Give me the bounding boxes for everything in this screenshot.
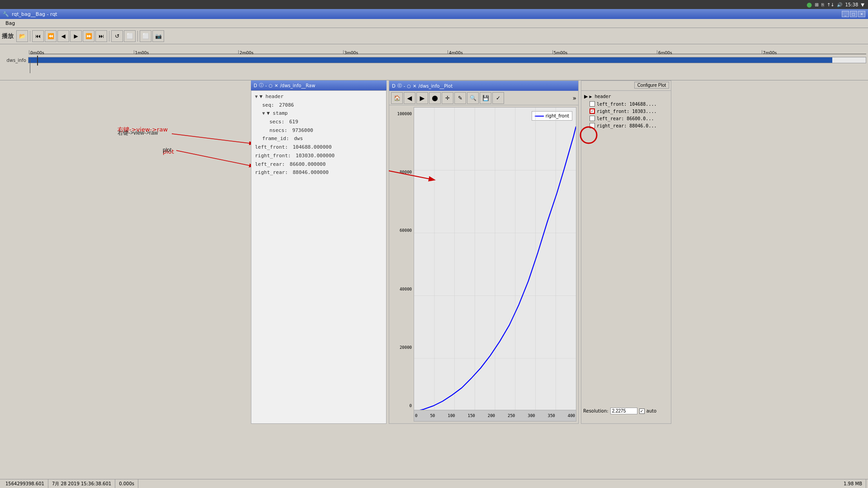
status-date: 7月 28 2019 15:36:38.601 <box>48 479 115 488</box>
plot-edit-btn[interactable]: ✎ <box>454 92 466 104</box>
duration-value: 0.000s <box>119 481 134 486</box>
x-350: 350 <box>547 413 555 418</box>
playback-label: 播放 <box>2 32 14 40</box>
tree-nsecs: nsecs: 9736000 <box>269 127 382 135</box>
right-panel: Configure Plot ▶ ▶ header left_front: 10… <box>581 80 671 424</box>
right-header-arrow[interactable]: ▶ <box>584 94 588 99</box>
minimize-button[interactable]: _ <box>842 11 849 17</box>
right-click-annotation: 右键->view->raw <box>118 126 168 134</box>
status-bar: 1564299398.601 7月 28 2019 15:36:38.601 0… <box>0 479 868 488</box>
plot-sep: - <box>404 84 406 89</box>
plot-panel-path: /dws_info__Plot <box>418 84 453 89</box>
plot-close-icon[interactable]: ✕ <box>413 84 416 89</box>
close-button[interactable]: ✕ <box>858 11 865 17</box>
check-right-front-label: right_front: 10303.... <box>597 109 656 114</box>
menu-bag[interactable]: Bag <box>2 19 19 27</box>
plot-zoom-btn[interactable]: 🔍 <box>467 92 479 104</box>
right-click-text: 右键->view->raw <box>118 126 168 133</box>
raw-panel-wrapper: D ⓘ - ○ ✕ /dws_info__Raw ▼ ▼ header seq:… <box>251 80 387 424</box>
checkbox-right-front[interactable]: ✓ <box>590 108 595 114</box>
plot-y-axis: 100000 80000 60000 40000 20000 0 <box>391 107 414 422</box>
status-duration: 0.000s <box>115 479 138 488</box>
system-time: 15:38 <box>845 2 858 7</box>
toolbar-btn-record[interactable]: ⬜ <box>140 30 151 42</box>
right-panel-content: ▶ ▶ header left_front: 104688.... ✓ righ… <box>581 91 671 131</box>
raw-info-icon: D <box>254 83 257 88</box>
tick-3: 3m00s <box>343 50 448 54</box>
plot-home-btn[interactable]: 🏠 <box>391 92 403 104</box>
raw-help-icon: ⓘ <box>259 82 264 89</box>
system-icons: ● ⊞ ⎘ ↑↓ 🔊 15:38 ▼ <box>807 1 864 8</box>
configure-plot-button[interactable]: Configure Plot <box>634 82 669 89</box>
tree-secs: secs: 619 <box>269 118 382 127</box>
x-0: 0 <box>415 413 417 418</box>
x-200: 200 <box>488 413 495 418</box>
bluetooth-icon: ⎘ <box>821 2 824 7</box>
auto-checkbox[interactable]: ✓ <box>639 408 645 414</box>
tree-header: ▼ ▼ header <box>255 93 382 101</box>
checkbox-left-rear[interactable] <box>590 116 595 121</box>
rqt-window-title: rqt_bag__Bag - rqt <box>12 11 842 17</box>
raw-close-icon[interactable]: ✕ <box>274 83 278 88</box>
plot-circle-icon: ○ <box>407 84 411 89</box>
timeline-ruler: 0m00s 1m00s 2m00s 3m00s 4m00s 5m00s 6m00… <box>29 46 866 54</box>
check-right-front: ✓ right_front: 10303.... <box>590 108 668 115</box>
toolbar-btn-screenshot[interactable]: 📷 <box>152 30 164 42</box>
resolution-area: Resolution: ✓ auto <box>583 408 669 414</box>
plot-svg <box>414 108 576 421</box>
toolbar-btn-next[interactable]: ⏩ <box>83 30 94 42</box>
plot-expand-btn[interactable]: » <box>572 94 576 102</box>
date-value: 7月 28 2019 15:36:38.601 <box>52 481 111 487</box>
check-left-rear-label: left_rear: 86600.0... <box>597 116 654 121</box>
timeline-area: 0m00s 1m00s 2m00s 3m00s 4m00s 5m00s 6m00… <box>0 44 868 80</box>
check-right-rear-label: right_rear: 88046.0... <box>597 123 656 128</box>
toolbar-btn-prev[interactable]: ⏪ <box>45 30 57 42</box>
right-header-label: ▶ header <box>589 94 611 99</box>
filesize-value: 1.98 MB <box>844 481 862 486</box>
cursor-line <box>30 60 30 73</box>
resolution-input[interactable] <box>610 408 637 414</box>
x-50: 50 <box>430 413 435 418</box>
plot-panel-title-bar: D ⓒ - ○ ✕ /dws_info__Plot <box>389 81 578 91</box>
y-label-3: 80000 <box>400 170 412 174</box>
right-panel-header-bar: Configure Plot <box>581 81 671 91</box>
toolbar-btn-skip-back[interactable]: ⏮ <box>32 30 44 42</box>
raw-panel-path: /dws_info__Raw <box>280 83 315 88</box>
tick-2: 2m00s <box>238 50 343 54</box>
plot-record-btn[interactable]: ⬤ <box>429 92 441 104</box>
tree-left-front: left_front: 104688.000000 <box>255 143 382 152</box>
tree-left-rear: left_rear: 86600.000000 <box>255 160 382 169</box>
plot-back-btn[interactable]: ◀ <box>404 92 415 104</box>
timestamp-value: 1564299398.601 <box>5 481 44 486</box>
toolbar-btn-skip-forward[interactable]: ⏭ <box>95 30 107 42</box>
auto-label: auto <box>646 408 657 413</box>
toolbar-btn-loop[interactable]: ↺ <box>111 30 123 42</box>
y-label-base: 0 <box>410 404 412 408</box>
tree-stamp: ▼ ▼ stamp <box>262 109 382 118</box>
tree-frame-id: frame_id: dws <box>262 135 382 143</box>
checkbox-right-rear[interactable] <box>590 123 595 128</box>
tick-4: 4m00s <box>448 50 552 54</box>
plot-chart-container: 100000 80000 60000 40000 20000 0 right_f… <box>389 105 578 423</box>
plot-save-btn[interactable]: 💾 <box>480 92 491 104</box>
plot-cross-btn[interactable]: ✛ <box>442 92 453 104</box>
plot-annotation: plot <box>163 148 174 155</box>
tick-1: 1m00s <box>134 50 239 54</box>
tick-0: 0m00s <box>29 50 134 54</box>
toolbar-btn-play[interactable]: ▶ <box>70 30 82 42</box>
timeline-track[interactable]: dws_info <box>2 56 866 64</box>
track-bar-container[interactable] <box>28 57 866 63</box>
toolbar-btn-stop[interactable]: ⬜ <box>124 30 136 42</box>
plot-check-btn[interactable]: ✓ <box>492 92 504 104</box>
toolbar-btn-back[interactable]: ◀ <box>57 30 69 42</box>
track-bar <box>28 57 832 63</box>
header-key: ▼ header <box>259 93 283 101</box>
checkbox-left-front[interactable] <box>590 101 595 107</box>
maximize-button[interactable]: □ <box>850 11 857 17</box>
tick-5: 5m00s <box>552 50 657 54</box>
toolbar-btn-open[interactable]: 📂 <box>16 30 28 42</box>
raw-panel-content: ▼ ▼ header seq: 27086 ▼ ▼ stamp secs: <box>251 90 387 424</box>
check-left-front: left_front: 104688.... <box>590 100 668 108</box>
main-content: 右键->view->raw plot D ⓘ - ○ ✕ /dws_info__… <box>0 80 868 424</box>
plot-forward-btn[interactable]: ▶ <box>416 92 428 104</box>
